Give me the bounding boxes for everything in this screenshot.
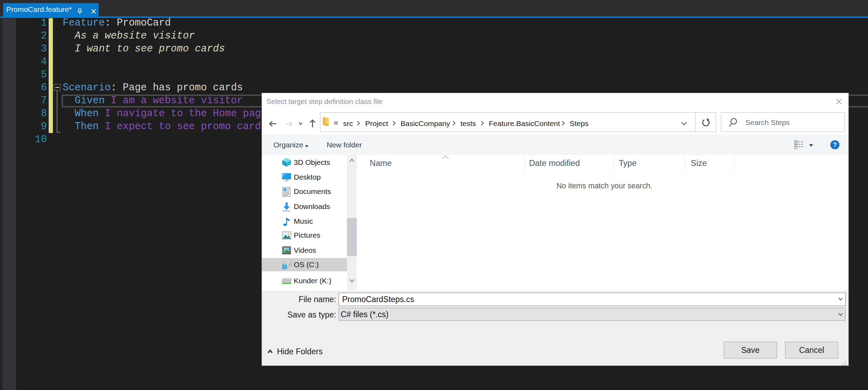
svg-text:?: ?: [833, 141, 837, 148]
